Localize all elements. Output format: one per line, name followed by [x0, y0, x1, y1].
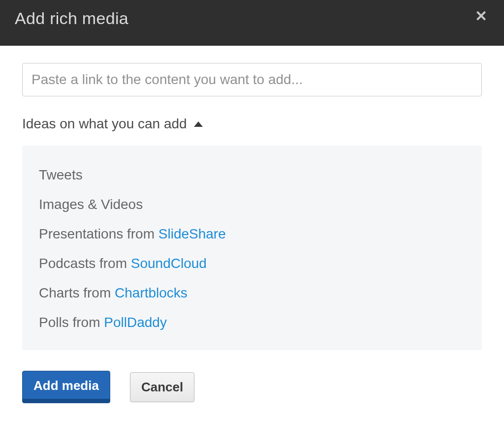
idea-item-tweets: Tweets: [39, 167, 465, 183]
idea-text: Podcasts from: [39, 256, 131, 271]
polldaddy-link[interactable]: PollDaddy: [104, 315, 167, 330]
idea-item-presentations: Presentations from SlideShare: [39, 226, 465, 242]
idea-text: Presentations from: [39, 226, 158, 241]
idea-text: Tweets: [39, 167, 83, 182]
idea-text: Polls from: [39, 315, 104, 330]
idea-item-charts: Charts from Chartblocks: [39, 285, 465, 301]
soundcloud-link[interactable]: SoundCloud: [131, 256, 207, 271]
idea-item-polls: Polls from PollDaddy: [39, 315, 465, 330]
ideas-toggle-label: Ideas on what you can add: [22, 116, 187, 132]
media-link-input[interactable]: [22, 63, 482, 96]
caret-up-icon: [194, 121, 203, 127]
idea-item-podcasts: Podcasts from SoundCloud: [39, 256, 465, 271]
modal-title: Add rich media: [15, 9, 128, 28]
ideas-toggle[interactable]: Ideas on what you can add: [22, 116, 203, 132]
chartblocks-link[interactable]: Chartblocks: [115, 285, 188, 300]
button-row: Add media Cancel: [22, 371, 482, 403]
idea-text: Charts from: [39, 285, 115, 300]
idea-item-images-videos: Images & Videos: [39, 197, 465, 212]
modal-body: Ideas on what you can add Tweets Images …: [0, 46, 504, 423]
ideas-panel: Tweets Images & Videos Presentations fro…: [22, 146, 482, 350]
modal-header: Add rich media ✕: [0, 0, 504, 46]
add-media-button[interactable]: Add media: [22, 371, 110, 403]
ideas-list: Tweets Images & Videos Presentations fro…: [39, 167, 465, 330]
cancel-button[interactable]: Cancel: [130, 372, 194, 402]
idea-text: Images & Videos: [39, 197, 143, 212]
slideshare-link[interactable]: SlideShare: [158, 226, 226, 241]
close-icon[interactable]: ✕: [473, 9, 489, 24]
